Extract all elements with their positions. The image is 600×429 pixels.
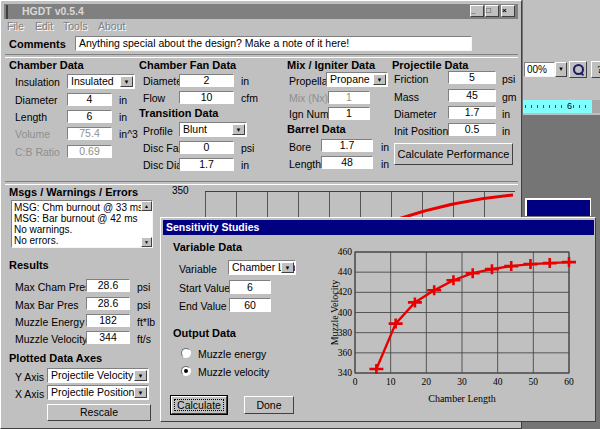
flow-field[interactable]: 10 bbox=[179, 91, 234, 104]
profile-dropdown[interactable]: Blunt ▼ bbox=[179, 122, 247, 137]
friction-unit: psi bbox=[502, 73, 515, 85]
transition-title: Transition Data bbox=[139, 107, 218, 119]
disc-failure-field[interactable]: 0 bbox=[179, 141, 234, 154]
menu-edit[interactable]: Edit bbox=[35, 20, 53, 32]
profile-label: Profile bbox=[143, 125, 173, 137]
friction-field[interactable]: 5 bbox=[448, 71, 496, 84]
comments-label: Comments bbox=[9, 38, 66, 50]
chamber-diameter-field[interactable]: 4 bbox=[67, 93, 112, 106]
variable-label: Variable bbox=[179, 263, 217, 275]
flow-label: Flow bbox=[143, 92, 165, 104]
init-position-label: Init Position bbox=[394, 125, 448, 137]
muzzle-velocity-field: 344 bbox=[86, 331, 130, 344]
muzzle-velocity-radio-label: Muzzle velocity bbox=[198, 366, 269, 378]
max-bar-pres-unit: psi bbox=[137, 299, 150, 311]
muzzle-energy-unit: ft*lb bbox=[137, 316, 155, 328]
proj-diameter-field[interactable]: 1.7 bbox=[448, 106, 496, 119]
calculate-button[interactable]: Calculate bbox=[171, 396, 227, 414]
volume-unit: in^3 bbox=[119, 128, 138, 140]
chamber-length-unit: in bbox=[119, 111, 127, 123]
muzzle-energy-field: 182 bbox=[86, 314, 130, 327]
output-data-title: Output Data bbox=[173, 327, 236, 339]
menu-tools[interactable]: Tools bbox=[63, 20, 88, 32]
barrel-length-field[interactable]: 48 bbox=[321, 156, 373, 169]
chevron-down-icon[interactable]: ▼ bbox=[232, 124, 245, 135]
zoom-level-value: 00% bbox=[527, 64, 547, 75]
main-plot-ytick: 350 bbox=[172, 185, 189, 196]
messages-title: Msgs / Warnings / Errors bbox=[9, 186, 138, 198]
mix-nx-field: 1 bbox=[328, 91, 370, 104]
app-icon bbox=[6, 5, 8, 19]
max-bar-pres-field: 28.6 bbox=[86, 297, 130, 310]
cb-ratio-label: C:B Ratio bbox=[15, 146, 60, 158]
sensitivity-dialog: Sensitivity Studies Variable Data Variab… bbox=[160, 217, 596, 422]
end-value-label: End Value bbox=[179, 300, 227, 312]
close-button[interactable]: × bbox=[501, 5, 515, 17]
mass-field[interactable]: 45 bbox=[448, 89, 496, 102]
maximize-button[interactable]: □ bbox=[485, 5, 499, 17]
init-position-unit: in bbox=[502, 125, 510, 137]
insulation-dropdown[interactable]: Insulated ▼ bbox=[67, 74, 135, 89]
comments-input[interactable]: Anything special about the design? Make … bbox=[75, 36, 472, 51]
disc-diam-unit: in bbox=[241, 159, 249, 171]
start-value-field[interactable]: 6 bbox=[229, 280, 271, 294]
propellant-dropdown[interactable]: Propane ▼ bbox=[326, 72, 388, 87]
minimize-button[interactable]: _ bbox=[470, 5, 484, 17]
disc-diam-field[interactable]: 1.7 bbox=[179, 158, 234, 171]
menu-about[interactable]: About bbox=[98, 20, 125, 32]
rescale-button[interactable]: Rescale bbox=[47, 404, 151, 421]
calculate-performance-button[interactable]: Calculate Performance bbox=[394, 143, 513, 165]
y-axis-dropdown[interactable]: Projectile Velocity ▼ bbox=[47, 368, 149, 383]
svg-text:Chamber Length: Chamber Length bbox=[428, 393, 495, 404]
svg-text:50: 50 bbox=[529, 377, 539, 387]
init-position-field[interactable]: 0.5 bbox=[448, 123, 496, 136]
barrel-title: Barrel Data bbox=[287, 123, 346, 135]
chevron-down-icon[interactable]: ▼ bbox=[373, 74, 386, 85]
scroll-up-icon[interactable]: ▲ bbox=[141, 201, 152, 211]
menubar: File Edit Tools About bbox=[4, 20, 518, 34]
chevron-down-icon[interactable]: ▼ bbox=[281, 262, 294, 273]
muzzle-energy-label: Muzzle Energy bbox=[15, 316, 84, 328]
x-axis-dropdown[interactable]: Projectile Position ▼ bbox=[47, 385, 149, 400]
end-value-field[interactable]: 60 bbox=[229, 298, 271, 312]
chamber-fan-title: Chamber Fan Data bbox=[139, 59, 236, 71]
document-ruler: 6 bbox=[523, 100, 592, 113]
zoom-dropdown-arrow[interactable]: ▼ bbox=[555, 62, 567, 77]
volume-label: Volume bbox=[15, 128, 50, 140]
hgdt-titlebar[interactable]: HGDT v0.5.4 _ □ × bbox=[4, 4, 518, 19]
svg-text:460: 460 bbox=[338, 247, 353, 257]
max-cham-pres-label: Max Cham Pres bbox=[15, 281, 90, 293]
variable-dropdown[interactable]: Chamber Len/ ▼ bbox=[228, 260, 296, 275]
max-bar-pres-label: Max Bar Pres bbox=[15, 299, 79, 311]
mass-label: Mass bbox=[394, 91, 419, 103]
chamber-diameter-unit: in bbox=[119, 94, 127, 106]
done-button[interactable]: Done bbox=[244, 396, 294, 414]
fan-diameter-unit: in bbox=[241, 75, 249, 87]
magnifier-button[interactable] bbox=[569, 61, 587, 78]
volume-field: 75.4 bbox=[67, 127, 112, 140]
proj-diameter-unit: in bbox=[502, 108, 510, 120]
messages-listbox[interactable]: MSG: Chm burnout @ 33 ms MSG: Bar burnou… bbox=[11, 200, 153, 248]
ign-num-field[interactable]: 1 bbox=[328, 107, 370, 120]
svg-text:360: 360 bbox=[338, 348, 353, 358]
chevron-down-icon[interactable]: ▼ bbox=[120, 76, 133, 87]
fan-diameter-field[interactable]: 2 bbox=[179, 74, 234, 87]
message-line: No errors. bbox=[12, 234, 60, 247]
barrel-length-unit: in bbox=[381, 158, 389, 170]
chamber-length-field[interactable]: 6 bbox=[67, 110, 112, 123]
svg-text:60: 60 bbox=[564, 377, 574, 387]
bore-field[interactable]: 1.7 bbox=[321, 139, 373, 152]
scroll-down-icon[interactable]: ▼ bbox=[141, 237, 152, 247]
muzzle-velocity-radio[interactable] bbox=[181, 366, 191, 376]
help-button[interactable]: ? bbox=[591, 61, 600, 78]
bore-unit: in bbox=[381, 141, 389, 153]
cb-ratio-field: 0.69 bbox=[67, 145, 112, 158]
zoom-level-combobox[interactable]: 00% bbox=[524, 62, 555, 77]
menu-file[interactable]: File bbox=[7, 20, 24, 32]
hidden-window-titlebar[interactable] bbox=[525, 198, 591, 216]
muzzle-energy-radio[interactable] bbox=[181, 348, 191, 358]
start-value-label: Start Value bbox=[179, 282, 230, 294]
chevron-down-icon[interactable]: ▼ bbox=[134, 370, 147, 381]
dialog-titlebar[interactable]: Sensitivity Studies bbox=[163, 220, 594, 235]
chevron-down-icon[interactable]: ▼ bbox=[134, 387, 147, 398]
